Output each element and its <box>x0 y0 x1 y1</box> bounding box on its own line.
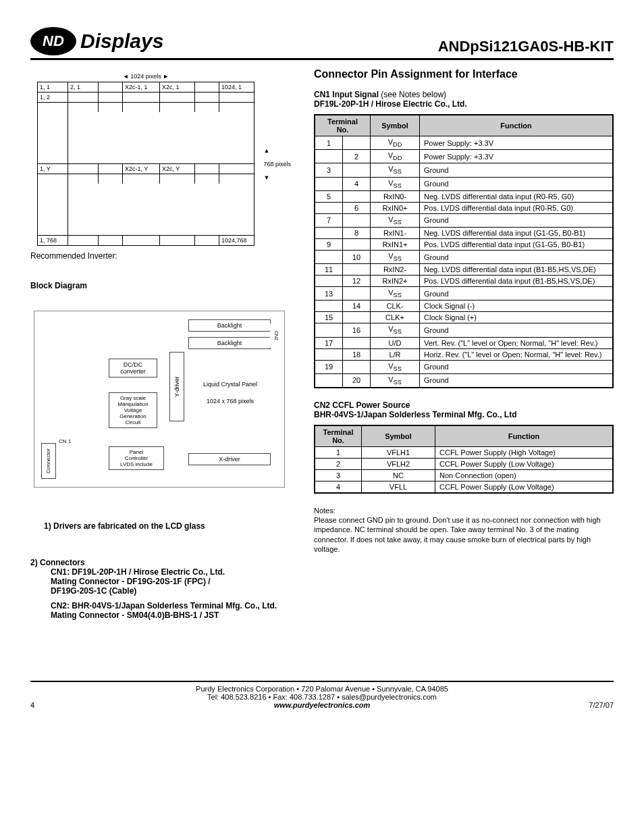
th-symbol2: Symbol <box>362 425 435 447</box>
table-row: 1VDDPower Supply: +3.3V <box>315 136 613 150</box>
th-function2: Function <box>435 425 614 447</box>
cn1-spec: CN1: DF19L-20P-1H / Hirose Electric Co.,… <box>51 567 300 577</box>
table-row: 20VSSGround <box>315 373 613 388</box>
table-row: 19VSSGround <box>315 360 613 373</box>
notes-title: Notes: <box>314 506 614 515</box>
th-terminal2: Terminal No. <box>315 425 362 447</box>
table-row: 5RxIN0-Neg. LVDS differential data input… <box>315 190 613 202</box>
cn1-pin-table: Terminal No. Symbol Function 1VDDPower S… <box>314 114 614 388</box>
cn1-part: DF19L-20P-1H / Hirose Electric Co., Ltd. <box>314 99 614 109</box>
table-row: 3NCNon Connection (open) <box>315 469 613 481</box>
footer-line1: Purdy Electronics Corporation • 720 Palo… <box>30 685 614 693</box>
cn2-title: CN2 CCFL Power Source <box>314 400 614 410</box>
left-column: ◄ 1024 pixels ► ▲768 pixels▼ 1, 1 2, 1 X… <box>30 68 300 620</box>
cn1-input-title: CN1 Input Signal <box>314 90 379 99</box>
table-row: 12RxIN2+Pos. LVDS differential data inpu… <box>315 276 613 287</box>
table-row: 6RxIN0+Pos. LVDS differential data input… <box>315 202 613 213</box>
cn1-mating: Mating Connector - DF19G-20S-1F (FPC) / <box>51 577 300 586</box>
pixel-width-label: ◄ 1024 pixels ► <box>38 73 254 80</box>
table-row: 13VSSGround <box>315 287 613 301</box>
page-number: 4 <box>30 701 34 709</box>
block-diagram: Backlight Backlight DC/DC converter Y-dr… <box>34 311 285 488</box>
block-diagram-title: Block Diagram <box>30 281 300 290</box>
recommended-inverter-label: Recommended Inverter: <box>30 251 300 261</box>
footer-line2: Tel: 408.523.8216 • Fax: 408.733.1287 • … <box>30 693 614 701</box>
cn2-pin-table: Terminal No. Symbol Function 1VFLH1CCFL … <box>314 425 614 494</box>
table-row: 10VSSGround <box>315 250 613 263</box>
connectors-title: 2) Connectors <box>30 558 300 567</box>
page-footer: 4 Purdy Electronics Corporation • 720 Pa… <box>30 681 614 709</box>
cn1-cable: DF19G-20S-1C (Cable) <box>51 586 300 596</box>
notes-body: Please connect GND pin to ground. Don't … <box>314 515 614 554</box>
th-terminal: Terminal No. <box>315 115 371 136</box>
th-symbol: Symbol <box>371 115 420 136</box>
th-function: Function <box>420 115 614 136</box>
part-number: ANDpSi121GA0S-HB-KIT <box>438 38 614 55</box>
logo-text: Displays <box>80 30 163 53</box>
page-header: ND Displays ANDpSi121GA0S-HB-KIT <box>30 27 614 60</box>
table-row: 14CLK-Clock Signal (-) <box>315 301 613 312</box>
table-row: 4VFLLCCFL Power Supply (Low Voltage) <box>315 481 613 493</box>
connector-pin-title: Connector Pin Assignment for Interface <box>314 68 614 80</box>
logo-oval: ND <box>30 27 76 55</box>
cn2-part: BHR-04VS-1/Japan Solderless Terminal Mfg… <box>314 410 614 419</box>
pixel-diagram: ◄ 1024 pixels ► ▲768 pixels▼ 1, 1 2, 1 X… <box>37 82 254 246</box>
cn2-spec: CN2: BHR-04VS-1/Japan Solderless Termina… <box>51 601 300 610</box>
table-row: 7VSSGround <box>315 213 613 227</box>
table-row: 2VDDPower Supply: +3.3V <box>315 150 613 163</box>
table-row: 1VFLH1CCFL Power Supply (High Voltage) <box>315 446 613 458</box>
pixel-height-label: ▲768 pixels▼ <box>263 147 291 181</box>
cn2-mating: Mating Connector - SM04(4.0)B-BHS-1 / JS… <box>51 610 300 620</box>
cn1-input-note: (see Notes below) <box>379 90 446 99</box>
note-1: 1) Drivers are fabricated on the LCD gla… <box>44 521 300 531</box>
table-row: 18L/RHoriz. Rev. ("L" level or Open; Nor… <box>315 348 613 360</box>
table-row: 8RxIN1-Neg. LVDS differential data input… <box>315 227 613 238</box>
logo: ND Displays <box>30 27 163 55</box>
table-row: 15CLK+Clock Signal (+) <box>315 312 613 323</box>
table-row: 3VSSGround <box>315 163 613 177</box>
table-row: 16VSSGround <box>315 323 613 337</box>
footer-website: www.purdyelectronics.com <box>30 701 614 709</box>
footer-date: 7/27/07 <box>589 701 614 709</box>
table-row: 4VSSGround <box>315 177 613 190</box>
table-row: 2VFLH2CCFL Power Supply (Low Voltage) <box>315 458 613 469</box>
right-column: Connector Pin Assignment for Interface C… <box>314 68 614 620</box>
table-row: 9RxIN1+Pos. LVDS differential data input… <box>315 238 613 250</box>
table-row: 11RxIN2-Neg. LVDS differential data inpu… <box>315 264 613 276</box>
table-row: 17U/DVert. Rev. ("L" level or Open; Norm… <box>315 337 613 348</box>
